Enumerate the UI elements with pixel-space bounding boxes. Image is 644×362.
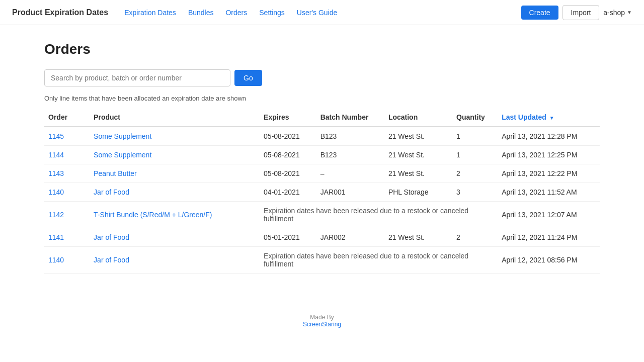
footer: Made By ScreenStaring	[0, 314, 644, 328]
cell-last-updated: April 13, 2021 12:28 PM	[498, 127, 600, 146]
order-link[interactable]: 1142	[48, 211, 64, 219]
cell-batch-number: –	[316, 164, 384, 183]
cell-product: Peanut Butter	[90, 164, 260, 183]
cell-expires: 05-08-2021	[260, 127, 316, 146]
search-row: Go	[44, 69, 600, 86]
page-title: Orders	[44, 41, 600, 57]
cell-location: 21 West St.	[384, 228, 452, 247]
cell-product: Jar of Food	[90, 183, 260, 202]
cell-order: 1141	[44, 228, 90, 247]
cell-last-updated: April 13, 2021 12:07 AM	[498, 202, 600, 228]
info-text: Only line items that have been allocated…	[44, 95, 600, 102]
product-link[interactable]: Peanut Butter	[94, 169, 137, 177]
cell-last-updated: April 13, 2021 12:22 PM	[498, 164, 600, 183]
table-row: 1140 Jar of Food Expiration dates have b…	[44, 247, 600, 274]
last-updated-sort-link[interactable]: Last Updated ▼	[502, 113, 554, 121]
order-link[interactable]: 1140	[48, 188, 64, 196]
table-row: 1142 T-Shirt Bundle (S/Red/M + L/Green/F…	[44, 202, 600, 228]
product-link[interactable]: Jar of Food	[94, 188, 129, 196]
cell-batch-number: B123	[316, 127, 384, 146]
cell-order: 1144	[44, 146, 90, 164]
order-link[interactable]: 1145	[48, 132, 64, 140]
product-link[interactable]: T-Shirt Bundle (S/Red/M + L/Green/F)	[94, 211, 212, 219]
cell-order: 1140	[44, 183, 90, 202]
cell-batch-number: B123	[316, 146, 384, 164]
cell-expires: 05-01-2021	[260, 228, 316, 247]
import-button[interactable]: Import	[562, 5, 600, 20]
table-row: 1145 Some Supplement 05-08-2021 B123 21 …	[44, 127, 600, 146]
cell-expires: 04-01-2021	[260, 183, 316, 202]
main-nav: Expiration Dates Bundles Orders Settings…	[124, 9, 521, 17]
company-link[interactable]: ScreenStaring	[303, 321, 341, 328]
cell-quantity: 2	[452, 164, 498, 183]
cell-location: 21 West St.	[384, 164, 452, 183]
search-input[interactable]	[44, 69, 230, 86]
order-link[interactable]: 1143	[48, 169, 64, 177]
table-row: 1140 Jar of Food 04-01-2021 JAR001 PHL S…	[44, 183, 600, 202]
cell-quantity: 1	[452, 127, 498, 146]
table-row: 1144 Some Supplement 05-08-2021 B123 21 …	[44, 146, 600, 164]
create-button[interactable]: Create	[521, 6, 558, 20]
product-link[interactable]: Some Supplement	[94, 132, 151, 140]
shop-dropdown[interactable]: a-shop ▼	[603, 9, 632, 17]
cell-last-updated: April 13, 2021 12:25 PM	[498, 146, 600, 164]
table-row: 1141 Jar of Food 05-01-2021 JAR002 21 We…	[44, 228, 600, 247]
order-link[interactable]: 1140	[48, 256, 64, 264]
cell-message: Expiration dates have been released due …	[260, 202, 498, 228]
nav-orders[interactable]: Orders	[225, 9, 247, 17]
header-actions: Create Import a-shop ▼	[521, 5, 632, 20]
col-header-quantity: Quantity	[452, 108, 498, 127]
cell-quantity: 3	[452, 183, 498, 202]
main-content: Orders Go Only line items that have been…	[0, 25, 644, 290]
cell-order: 1145	[44, 127, 90, 146]
made-by-label: Made By	[310, 314, 334, 321]
col-header-expires: Expires	[260, 108, 316, 127]
table-header-row: Order Product Expires Batch Number Locat…	[44, 108, 600, 127]
cell-batch-number: JAR002	[316, 228, 384, 247]
col-header-location: Location	[384, 108, 452, 127]
order-link[interactable]: 1144	[48, 151, 64, 159]
nav-bundles[interactable]: Bundles	[188, 9, 214, 17]
col-header-batch-number: Batch Number	[316, 108, 384, 127]
cell-quantity: 1	[452, 146, 498, 164]
table-body: 1145 Some Supplement 05-08-2021 B123 21 …	[44, 127, 600, 274]
orders-table: Order Product Expires Batch Number Locat…	[44, 108, 600, 274]
table-row: 1143 Peanut Butter 05-08-2021 – 21 West …	[44, 164, 600, 183]
cell-order: 1143	[44, 164, 90, 183]
shop-name: a-shop	[603, 9, 625, 17]
cell-product: T-Shirt Bundle (S/Red/M + L/Green/F)	[90, 202, 260, 228]
nav-expiration-dates[interactable]: Expiration Dates	[124, 9, 176, 17]
cell-location: PHL Storage	[384, 183, 452, 202]
nav-users-guide[interactable]: User's Guide	[297, 9, 337, 17]
product-link[interactable]: Some Supplement	[94, 151, 151, 159]
cell-last-updated: April 13, 2021 11:52 AM	[498, 183, 600, 202]
cell-last-updated: April 12, 2021 08:56 PM	[498, 247, 600, 274]
app-header: Product Expiration Dates Expiration Date…	[0, 0, 644, 25]
cell-location: 21 West St.	[384, 127, 452, 146]
col-header-order: Order	[44, 108, 90, 127]
product-link[interactable]: Jar of Food	[94, 256, 129, 264]
cell-order: 1142	[44, 202, 90, 228]
cell-quantity: 2	[452, 228, 498, 247]
cell-expires: 05-08-2021	[260, 164, 316, 183]
cell-product: Jar of Food	[90, 228, 260, 247]
product-link[interactable]: Jar of Food	[94, 233, 129, 241]
cell-order: 1140	[44, 247, 90, 274]
cell-batch-number: JAR001	[316, 183, 384, 202]
order-link[interactable]: 1141	[48, 233, 64, 241]
cell-product: Some Supplement	[90, 127, 260, 146]
sort-desc-icon: ▼	[549, 115, 554, 121]
cell-message: Expiration dates have been released due …	[260, 247, 498, 274]
cell-product: Jar of Food	[90, 247, 260, 274]
cell-last-updated: April 12, 2021 11:24 PM	[498, 228, 600, 247]
cell-product: Some Supplement	[90, 146, 260, 164]
app-title: Product Expiration Dates	[12, 8, 108, 17]
cell-location: 21 West St.	[384, 146, 452, 164]
go-button[interactable]: Go	[234, 70, 262, 86]
col-header-last-updated[interactable]: Last Updated ▼	[498, 108, 600, 127]
nav-settings[interactable]: Settings	[259, 9, 285, 17]
col-header-product: Product	[90, 108, 260, 127]
cell-expires: 05-08-2021	[260, 146, 316, 164]
chevron-down-icon: ▼	[627, 10, 632, 15]
